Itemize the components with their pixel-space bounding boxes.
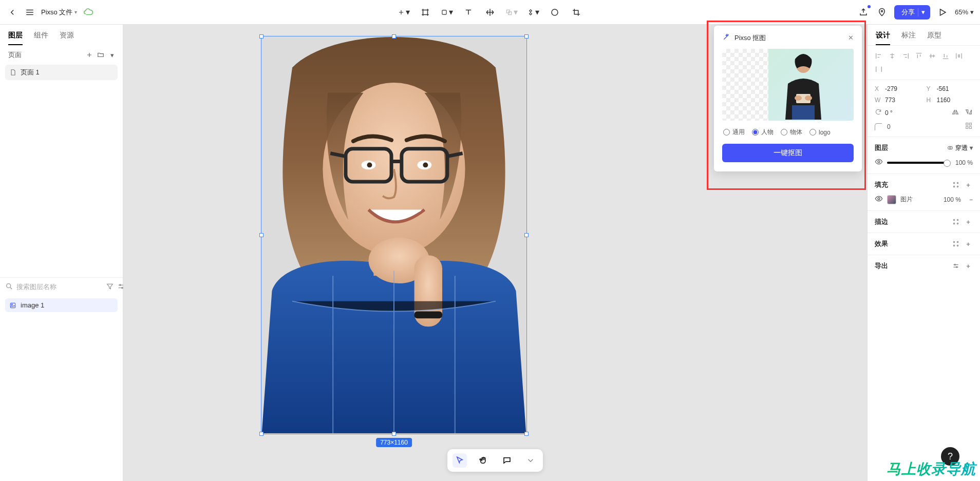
svg-rect-0 [442,10,446,14]
svg-point-30 [957,182,958,183]
option-object[interactable]: 物体 [781,128,802,137]
boolean-tool[interactable]: ▾ [505,6,518,18]
tab-design[interactable]: 设计 [876,31,890,45]
back-button[interactable] [6,6,18,18]
pages-collapse-button[interactable]: ▾ [107,50,117,60]
top-toolbar: Pixso 文件 ▾ ▾ ▾ ▾ ▾ [0,0,980,25]
align-hcenter-icon[interactable] [887,51,897,61]
zoom-dropdown[interactable]: 65% ▾ [955,8,974,16]
resize-handle[interactable] [524,432,529,436]
add-export-button[interactable]: + [964,261,973,271]
fill-style-icon[interactable] [951,180,960,189]
filter-icon[interactable] [106,282,114,291]
resize-handle[interactable] [524,233,529,237]
tab-assets[interactable]: 资源 [60,31,74,45]
resize-handle[interactable] [524,34,529,39]
play-button[interactable] [936,6,949,18]
tab-components[interactable]: 组件 [34,31,48,45]
add-stroke-button[interactable]: + [964,217,973,226]
flip-horizontal-icon[interactable] [951,108,959,118]
align-vcenter-icon[interactable] [927,51,937,61]
menu-button[interactable] [24,6,36,18]
tab-layers[interactable]: 图层 [8,31,23,45]
export-settings-icon[interactable] [951,261,960,271]
move-tool[interactable] [484,6,496,18]
file-title-dropdown[interactable]: Pixso 文件 ▾ [41,8,77,17]
blend-mode-dropdown[interactable]: 穿透 ▾ [947,144,973,152]
svg-point-29 [953,182,954,183]
fill-type-label: 图片 [900,195,913,204]
export-icon[interactable] [857,6,870,18]
visibility-toggle[interactable] [875,195,883,204]
stroke-section: 描边 + [868,210,980,233]
svg-point-36 [953,223,954,224]
effects-section: 效果 + [868,233,980,255]
w-field[interactable]: W773 [875,97,921,104]
svg-point-5 [7,284,11,288]
layer-item-selected[interactable]: image 1 [5,298,118,312]
x-field[interactable]: X-279 [875,85,921,92]
corner-radius-field[interactable]: 0 [875,122,973,131]
close-icon[interactable]: ✕ [848,34,854,42]
hand-tool[interactable] [476,453,491,468]
chevron-down-icon[interactable]: ▾ [918,8,925,16]
option-logo[interactable]: logo [809,128,831,137]
one-click-cutout-button[interactable]: 一键抠图 [722,144,854,162]
align-right-icon[interactable] [900,51,911,61]
effects-style-icon[interactable] [951,239,960,248]
rotation-field[interactable]: 0 ° [875,108,921,118]
visibility-toggle[interactable] [875,158,883,167]
comment-tool[interactable] [500,453,514,468]
resize-handle[interactable] [392,432,396,436]
add-effect-button[interactable]: + [964,239,973,248]
align-left-icon[interactable] [874,51,884,61]
stroke-style-icon[interactable] [951,217,960,226]
svg-point-28 [878,161,880,163]
align-more-icon[interactable] [874,64,884,74]
distribute-h-icon[interactable] [954,51,964,61]
fill-swatch[interactable] [887,195,896,204]
resize-handle[interactable] [259,34,263,39]
page-item[interactable]: 页面 1 [5,65,118,80]
frame-tool[interactable] [419,6,431,18]
share-button[interactable]: 分享 ▾ [894,5,930,20]
svg-point-4 [881,10,882,12]
resize-handle[interactable] [392,34,396,39]
align-bottom-icon[interactable] [940,51,951,61]
add-tool[interactable]: ▾ [398,6,410,18]
more-tools-dropdown[interactable] [523,453,538,468]
svg-point-18 [423,162,428,167]
svg-point-16 [367,162,372,167]
opacity-slider[interactable] [887,162,948,164]
location-icon[interactable] [876,6,888,18]
shape-tool[interactable]: ▾ [441,6,453,18]
pointer-tool[interactable] [453,453,467,468]
flip-vertical-icon[interactable] [965,108,973,118]
pages-folder-button[interactable] [96,50,105,60]
cutout-plugin-panel[interactable]: Pixso 抠图 ✕ 通用 人物 物体 logo 一键抠图 [714,26,862,171]
h-field[interactable]: H1160 [927,97,973,104]
text-tool[interactable] [462,6,475,18]
layer-search-input[interactable] [16,283,103,291]
resize-handle[interactable] [259,233,263,237]
independent-corners-icon[interactable] [965,122,973,131]
svg-point-46 [795,95,802,101]
svg-rect-21 [414,311,442,318]
tab-prototype[interactable]: 原型 [927,31,941,45]
align-top-icon[interactable] [914,51,924,61]
option-person[interactable]: 人物 [752,128,774,137]
remove-fill-button[interactable]: − [969,196,973,203]
component-tool[interactable]: ▾ [527,6,539,18]
y-field[interactable]: Y-561 [927,85,973,92]
cloud-sync-icon[interactable] [82,6,95,18]
tab-annotate[interactable]: 标注 [901,31,916,45]
selection-frame[interactable]: 773×1160 [261,36,527,434]
resize-handle[interactable] [259,432,263,436]
layer-name: image 1 [21,301,44,309]
option-general[interactable]: 通用 [723,128,745,137]
add-fill-button[interactable]: + [964,180,973,189]
add-page-button[interactable] [85,50,94,60]
crop-tool[interactable] [570,6,582,18]
fill-section-title: 填充 [875,180,888,189]
ellipse-tool[interactable] [549,6,561,18]
